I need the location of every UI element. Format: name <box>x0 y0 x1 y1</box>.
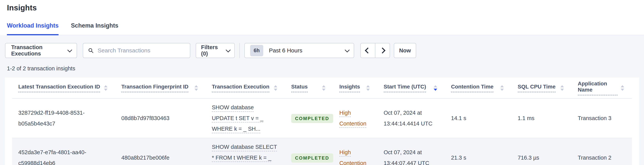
toolbar-divider <box>240 43 240 58</box>
cell-insights: High Contention <box>333 104 378 132</box>
chevron-left-icon <box>365 47 371 53</box>
workload-type-dropdown[interactable]: Transaction Executions <box>5 43 77 58</box>
time-range-label: Past 6 Hours <box>269 47 302 54</box>
chevron-down-icon <box>345 47 350 52</box>
sort-icon[interactable] <box>500 85 504 91</box>
filters-button-label: Filters (0) <box>201 44 226 57</box>
cell-start-time: Oct 07, 2024 at 13:44:07.447 UTC <box>378 144 441 165</box>
column-header-label[interactable]: Transaction Fingerprint ID <box>121 84 188 92</box>
page-header: Insights Workload Insights Schema Insigh… <box>0 0 644 35</box>
now-button[interactable]: Now <box>394 43 416 58</box>
column-header-latest-transaction-execution-id: Latest Transaction Execution ID <box>12 84 115 92</box>
cell-fingerprint-id: 480a8b217be006fe <box>115 149 206 165</box>
toolbar: Transaction Executions Filters (0) 6h Pa… <box>5 43 644 58</box>
cell-fingerprint-id: 08d8b7d97f830463 <box>115 109 206 127</box>
cell-application-name: Transaction 3 <box>572 109 632 127</box>
transaction-execution-link[interactable]: SHOW database UPDATE t SET v = _ WHERE k… <box>212 104 263 132</box>
column-header-label[interactable]: Status <box>291 84 308 92</box>
cell-status: COMPLETED <box>285 109 333 127</box>
column-header-transaction-fingerprint-id: Transaction Fingerprint ID <box>115 84 206 92</box>
status-badge: COMPLETED <box>291 114 333 123</box>
transaction-execution-link[interactable]: SHOW database SELECT * FROM t WHERE k = … <box>212 144 277 165</box>
cell-execution-id: 452da3e7-e7fa-4801-aa40-c59988d14eb6 <box>12 144 115 165</box>
chevron-down-icon <box>68 48 72 52</box>
results-summary: 1-2 of 2 transaction insights <box>7 65 644 72</box>
column-header-start-time: Start Time (UTC) <box>378 84 445 92</box>
insight-link[interactable]: High Contention <box>339 110 366 127</box>
sort-icon[interactable] <box>104 85 108 91</box>
column-header-status: Status <box>285 84 333 92</box>
table-row: 328729d2-ff19-4408-8531-b05a5b4e43c7 08d… <box>12 99 632 138</box>
time-range-pager <box>360 43 390 58</box>
sort-icon[interactable] <box>366 85 370 91</box>
column-header-label[interactable]: Transaction Execution <box>212 84 270 92</box>
insight-link[interactable]: High Contention <box>339 149 366 165</box>
previous-time-range-button[interactable] <box>360 43 375 58</box>
column-header-sql-cpu-time: SQL CPU Time <box>512 84 572 92</box>
column-header-application-name: Application Name <box>572 81 632 95</box>
sort-icon[interactable] <box>621 85 624 91</box>
chevron-right-icon <box>380 47 385 53</box>
cell-application-name: Transaction 2 <box>572 149 632 165</box>
time-range-badge: 6h <box>250 45 263 56</box>
column-header-label[interactable]: Contention Time <box>451 84 494 92</box>
cell-execution-id: 328729d2-ff19-4408-8531-b05a5b4e43c7 <box>12 104 115 132</box>
tab-workload-insights[interactable]: Workload Insights <box>7 22 58 35</box>
search-input[interactable] <box>98 47 185 54</box>
column-header-label[interactable]: SQL CPU Time <box>518 84 556 92</box>
cell-status: COMPLETED <box>285 149 333 165</box>
search-box[interactable] <box>83 43 190 58</box>
column-header-label[interactable]: Application Name <box>578 81 618 95</box>
column-header-label[interactable]: Latest Transaction Execution ID <box>18 84 100 92</box>
search-icon <box>88 48 94 53</box>
column-header-label[interactable]: Insights <box>339 84 360 92</box>
column-header-label[interactable]: Start Time (UTC) <box>384 84 426 92</box>
next-time-range-button[interactable] <box>375 43 390 58</box>
cell-transaction-execution: SHOW database SELECT * FROM t WHERE k = … <box>206 138 285 165</box>
cell-contention-time: 21.3 s <box>445 149 512 165</box>
table-header-row: Latest Transaction Execution ID Transact… <box>12 77 632 99</box>
filters-button[interactable]: Filters (0) <box>196 43 235 58</box>
status-badge: COMPLETED <box>291 153 333 162</box>
time-range-picker[interactable]: 6h Past 6 Hours <box>244 43 354 58</box>
column-header-insights: Insights <box>333 84 378 92</box>
sort-icon[interactable] <box>322 85 326 91</box>
cell-start-time: Oct 07, 2024 at 13:44:14.4414 UTC <box>378 104 441 132</box>
tab-bar: Workload Insights Schema Insights <box>7 22 644 35</box>
cell-sql-cpu-time: 716.3 µs <box>512 149 572 165</box>
chevron-down-icon <box>226 47 230 52</box>
insights-table-card: Latest Transaction Execution ID Transact… <box>5 77 639 165</box>
sort-icon[interactable] <box>560 85 564 91</box>
cell-sql-cpu-time: 1.1 ms <box>512 109 572 127</box>
page-title: Insights <box>7 4 644 12</box>
column-header-transaction-execution: Transaction Execution <box>206 84 285 92</box>
cell-insights: High Contention <box>333 144 378 165</box>
sort-icon[interactable] <box>274 85 277 91</box>
cell-transaction-execution: SHOW database UPDATE t SET v = _ WHERE k… <box>206 99 285 138</box>
tab-schema-insights[interactable]: Schema Insights <box>71 22 118 35</box>
column-header-contention-time: Contention Time <box>445 84 512 92</box>
sort-icon-active[interactable] <box>434 85 437 91</box>
cell-contention-time: 14.1 s <box>445 109 512 127</box>
sort-icon[interactable] <box>194 85 198 91</box>
workload-type-dropdown-label: Transaction Executions <box>11 44 68 57</box>
table-row: 452da3e7-e7fa-4801-aa40-c59988d14eb6 480… <box>12 138 632 165</box>
